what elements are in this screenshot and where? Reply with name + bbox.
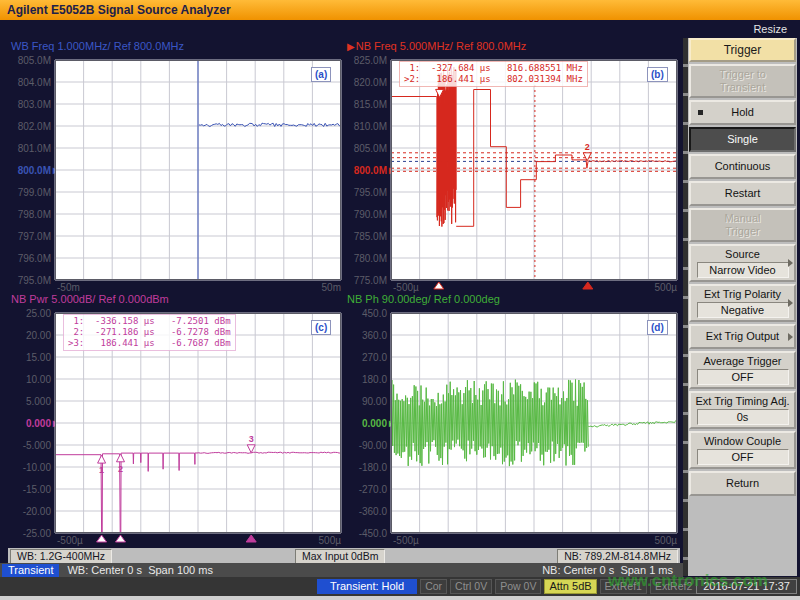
status-indicator-ctrl-0v: Ctrl 0V: [450, 579, 492, 594]
softkey-hold[interactable]: Hold: [689, 100, 796, 125]
svg-text:2: 2: [118, 464, 123, 474]
submenu-arrow-icon: [788, 333, 793, 341]
y-tick-label: 795.0M: [344, 186, 387, 199]
y-tick-label: 801.0M: [8, 142, 51, 155]
softkey-source[interactable]: SourceNarrow Video: [689, 244, 796, 282]
panel-nb-phase[interactable]: NB Ph 90.00deg/ Ref 0.000deg450.0360.027…: [344, 293, 680, 546]
softkey-label: Ext Trig Timing Adj.: [695, 395, 789, 408]
softkey-average-trigger[interactable]: Average TriggerOFF: [689, 351, 796, 389]
y-tick-label: -10.00: [8, 461, 51, 474]
y-tick-label: 797.0M: [8, 230, 51, 243]
measurement-grid: WB Freq 1.000MHz/ Ref 800.0MHz805.0M804.…: [8, 40, 680, 546]
y-tick-label: 785.0M: [344, 230, 387, 243]
y-tick-label: 450.0: [344, 307, 387, 320]
panel-wb-freq[interactable]: WB Freq 1.000MHz/ Ref 800.0MHz805.0M804.…: [8, 40, 344, 293]
submenu-arrow-icon: [788, 299, 793, 307]
softkey-value: Narrow Video: [697, 262, 789, 278]
y-tick-label: -5.000: [8, 439, 51, 452]
status-indicator-cor: Cor: [420, 579, 447, 594]
softkey-continuous[interactable]: Continuous: [689, 154, 796, 179]
softkey-label: Hold: [731, 106, 754, 119]
panel-a-title[interactable]: WB Freq 1.000MHz/ Ref 800.0MHz: [11, 40, 184, 54]
y-tick-label: 775.0M: [344, 274, 387, 287]
softkey-label: Continuous: [715, 160, 771, 173]
panel-b-title[interactable]: ▶NB Freq 5.000MHz/ Ref 800.0MHz: [347, 40, 526, 54]
panel-nb-power[interactable]: NB Pwr 5.000dB/ Ref 0.000dBm25.0020.0015…: [8, 293, 344, 546]
softkey-label: Average Trigger: [703, 355, 781, 368]
panel-c-marker-readout: 1: -336.158 µs -7.2501 dBm 2: -271.186 µ…: [63, 314, 236, 351]
y-tick-label: 805.0M: [344, 142, 387, 155]
softkey-ext-trig-polarity[interactable]: Ext Trig PolarityNegative: [689, 284, 796, 322]
y-tick-label: 802.0M: [8, 120, 51, 133]
y-tick-label: 800.0M▶: [8, 164, 51, 177]
y-tick-label: 796.0M: [8, 252, 51, 265]
status-indicator-extref1: ExtRef1: [600, 579, 647, 594]
softkey-ext-trig-output[interactable]: Ext Trig Output: [689, 324, 796, 349]
softkey-value: OFF: [697, 449, 789, 465]
softkey-label: Ext Trig Output: [706, 330, 779, 343]
panel-c-title[interactable]: NB Pwr 5.000dB/ Ref 0.000dBm: [11, 293, 169, 307]
bottom-edge-strip: [0, 596, 800, 600]
softkey-label: Transient: [720, 81, 765, 94]
y-tick-label: 90.00: [344, 395, 387, 408]
softkey-value: Negative: [697, 302, 789, 318]
y-tick-label: -450.0: [344, 527, 387, 540]
softkey-label: Trigger to: [719, 68, 766, 81]
softkey-label: Manual: [724, 212, 760, 225]
softkey-label: Restart: [725, 187, 760, 200]
y-tick-label: -25.00: [8, 527, 51, 540]
y-tick-label: 25.00: [8, 307, 51, 320]
softkey-value: 0s: [697, 409, 789, 425]
y-tick-label: 0.000▶: [8, 417, 51, 430]
y-tick-label: 800.0M▶: [344, 164, 387, 177]
panel-corner-label: (d): [647, 320, 668, 335]
resize-button[interactable]: Resize: [753, 23, 787, 35]
softkey-scroll-strip[interactable]: [683, 38, 688, 576]
softkey-label: Source: [725, 248, 760, 261]
y-tick-label: 810.0M: [344, 120, 387, 133]
y-tick-label: 15.00: [8, 351, 51, 364]
status-indicator-extref2: ExtRef2: [650, 579, 697, 594]
panel-d-plot: [391, 313, 677, 545]
active-trace-arrow-icon: ▶: [347, 41, 355, 52]
softkey-return[interactable]: Return: [689, 471, 796, 496]
softkey-menu-title: Trigger: [689, 38, 796, 62]
panel-corner-label: (c): [311, 320, 331, 335]
panel-d-title[interactable]: NB Ph 90.00deg/ Ref 0.000deg: [347, 293, 500, 307]
y-tick-label: 780.0M: [344, 252, 387, 265]
wb-range-box: WB: 1.2G-400MHz: [10, 549, 112, 564]
y-tick-label: -180.0: [344, 461, 387, 474]
y-tick-label: 799.0M: [8, 186, 51, 199]
status-indicator-attn-5db: Attn 5dB: [544, 579, 596, 594]
panel-a-plot: [55, 60, 341, 292]
y-tick-label: 20.00: [8, 329, 51, 342]
softkey-ext-trig-timing-adj[interactable]: Ext Trig Timing Adj.0s: [689, 391, 796, 429]
y-tick-label: -20.00: [8, 505, 51, 518]
span-status-bar: Transient WB: Center 0 s Span 100 ms NB:…: [0, 563, 683, 577]
panel-b-marker-readout: 1: -327.684 µs 816.688551 MHz >2: 186.44…: [399, 61, 588, 87]
y-tick-label: 180.0: [344, 373, 387, 386]
y-tick-label: -90.00: [344, 439, 387, 452]
softkey-label: Trigger: [725, 225, 759, 238]
softkey-single[interactable]: Single: [689, 127, 796, 152]
y-tick-label: 804.0M: [8, 76, 51, 89]
softkey-label: Single: [727, 133, 758, 146]
y-tick-label: 10.00: [8, 373, 51, 386]
y-tick-label: 790.0M: [344, 208, 387, 221]
y-tick-label: 825.0M: [344, 54, 387, 67]
panel-b-plot: 12: [391, 60, 677, 292]
wb-span-text: WB: Center 0 s Span 100 ms: [67, 564, 213, 576]
y-tick-label: 815.0M: [344, 98, 387, 111]
panel-nb-freq[interactable]: ▶NB Freq 5.000MHz/ Ref 800.0MHz825.0M820…: [344, 40, 680, 293]
svg-text:1: 1: [99, 465, 104, 475]
softkey-restart[interactable]: Restart: [689, 181, 796, 206]
y-tick-label: 270.0: [344, 351, 387, 364]
softkey-window-couple[interactable]: Window CoupleOFF: [689, 431, 796, 469]
softkey-manual-trigger: ManualTrigger: [689, 208, 796, 242]
datetime-display: 2016-07-21 17:37: [696, 579, 797, 594]
mode-badge: Transient: [2, 564, 59, 577]
y-tick-label: 798.0M: [8, 208, 51, 221]
panel-corner-label: (a): [311, 67, 331, 82]
y-tick-label: 360.0: [344, 329, 387, 342]
submenu-arrow-icon: [788, 259, 793, 267]
